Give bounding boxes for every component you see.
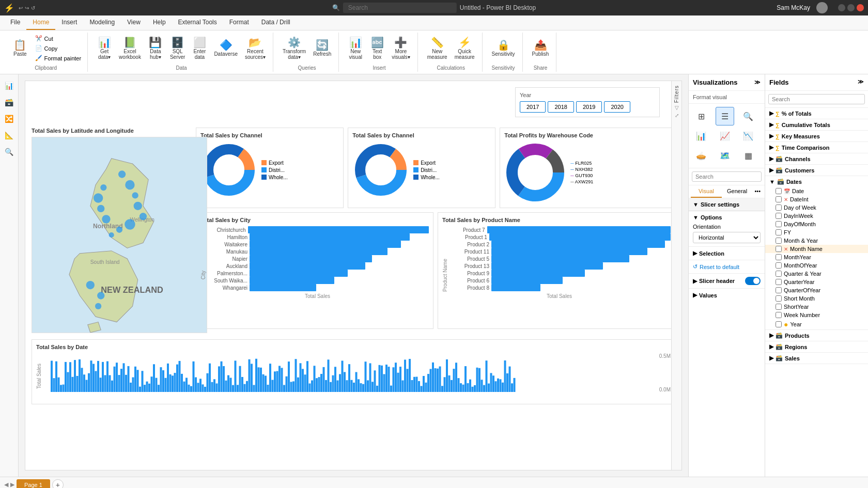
slicer-header-expand[interactable]: ▶ Slicer header [693,278,735,285]
viz-pie-icon[interactable]: 🥧 [692,146,710,165]
viz-matrix-icon[interactable]: ▦ [739,146,757,165]
new-measure-button[interactable]: 📏 Newmeasure [424,35,451,62]
transform-data-button[interactable]: ⚙️ Transformdata▾ [280,35,309,62]
quick-measure-button[interactable]: ⚡ Quickmeasure [452,35,478,62]
fields-panel-expand[interactable]: ≫ [858,78,864,86]
recent-sources-button[interactable]: 📂 Recentsources▾ [242,35,269,62]
redo-button[interactable]: ↪ [25,5,29,11]
sidebar-data-icon[interactable]: 🗃️ [2,95,17,109]
publish-button[interactable]: 📤 Publish [529,38,552,59]
add-page-button[interactable]: + [52,479,64,489]
viz-map-icon[interactable]: 🗺️ [716,146,734,165]
field-dayinweek-check[interactable] [776,213,782,219]
field-monthyear2-check[interactable] [776,254,782,260]
tab-modeling[interactable]: Modeling [83,15,121,30]
field-group-header-time[interactable]: ▶ ∑ Time Comparison [765,142,868,153]
tab-external-tools[interactable]: External Tools [172,15,223,30]
copy-button[interactable]: 📄 Copy [33,44,84,53]
year-2020-btn[interactable]: 2020 [604,101,630,113]
viz-column-icon[interactable]: 📈 [716,127,734,145]
field-quarteryear2-check[interactable] [776,279,782,285]
viz-bar-icon[interactable]: 📊 [692,127,710,145]
year-2017-btn[interactable]: 2017 [520,101,546,113]
tab-view[interactable]: View [121,15,147,30]
field-group-header-channels[interactable]: ▶ 🗃️ Channels [765,153,868,164]
viz-line-icon[interactable]: 📉 [739,127,757,145]
field-shortmonth[interactable]: Short Month [765,294,868,303]
field-group-header-products[interactable]: ▶ 🗃️ Products [765,330,868,341]
field-dateint-check[interactable] [776,196,782,202]
field-monthname[interactable]: ✕ Month Name [765,245,868,253]
selection-title[interactable]: ▶ Selection [693,250,761,257]
field-weeknumber-check[interactable] [776,312,782,318]
undo-button[interactable]: ↩ [19,5,23,11]
field-quarterofyear[interactable]: QuarterOfYear [765,286,868,294]
tab-help[interactable]: Help [147,15,172,30]
options-title[interactable]: ▼ Options [693,214,761,221]
orientation-dropdown[interactable]: Horizontal Vertical Tile [693,232,761,243]
fields-search-input[interactable] [768,94,865,104]
values-title[interactable]: ▶ Values [693,292,761,298]
field-dayofweek-check[interactable] [776,204,782,211]
field-dayofmonth[interactable]: DayOfMonth [765,220,868,228]
field-quarteryear[interactable]: Quarter & Year [765,270,868,278]
sensitivity-button[interactable]: 🔒 Sensitivity [489,38,518,59]
field-group-header-key[interactable]: ▶ ∑ Key Measures [765,131,868,141]
field-shortyear[interactable]: ShortYear [765,303,868,311]
field-quarteryear2[interactable]: QuarterYear [765,278,868,286]
viz-search-input[interactable] [692,171,762,182]
field-shortmonth-check[interactable] [776,295,782,302]
field-group-header-cumulative[interactable]: ▶ ∑ Cumulative Totals [765,119,868,130]
field-shortyear-check[interactable] [776,304,782,310]
viz-tab-more[interactable]: ••• [752,185,763,198]
field-monthofyear-check[interactable] [776,262,782,269]
field-group-header-regions[interactable]: ▶ 🗃️ Regions [765,341,868,352]
field-fy[interactable]: FY [765,228,868,237]
sidebar-report-icon[interactable]: 📊 [2,78,17,93]
field-quarterofyear-check[interactable] [776,287,782,293]
new-visual-button[interactable]: 📊 Newvisual [345,35,366,62]
year-2019-btn[interactable]: 2019 [576,101,602,113]
tab-data-drill[interactable]: Data / Drill [255,15,297,30]
sidebar-model-icon[interactable]: 🔀 [2,112,17,126]
field-group-header-sales[interactable]: ▶ 🗃️ Sales [765,353,868,364]
more-visuals-button[interactable]: ➕ Morevisuals▾ [389,35,413,62]
data-hub-button[interactable]: 💾 Datahub▾ [145,35,166,62]
field-monthyear[interactable]: Month & Year [765,237,868,245]
field-fy-check[interactable] [776,229,782,235]
sidebar-dax-icon[interactable]: 📐 [2,128,17,143]
reset-default-btn[interactable]: ↺ Reset to default [693,263,761,270]
prev-page-btn[interactable]: ◀ [4,481,8,488]
field-dateint[interactable]: ✕ DateInt [765,195,868,203]
minimize-button[interactable] [838,4,845,11]
maximize-button[interactable] [847,4,855,11]
viz-slicer-icon[interactable]: ☰ [716,107,734,125]
cut-button[interactable]: ✂️ Cut [33,34,84,43]
tab-home[interactable]: Home [26,15,55,30]
field-monthyear-check[interactable] [776,238,782,244]
field-quarteryear-check[interactable] [776,271,782,277]
field-group-header-pct[interactable]: ▶ ∑ % of Totals [765,108,868,119]
filter-expand-icon[interactable]: ⤢ [675,113,679,118]
viz-table-icon[interactable]: ⊞ [692,107,710,125]
field-date-check[interactable] [776,188,782,194]
tab-insert[interactable]: Insert [55,15,83,30]
close-button[interactable] [857,4,864,11]
redo2-button[interactable]: ↺ [31,5,35,11]
slicer-header-toggle[interactable] [745,277,761,285]
field-year[interactable]: ● Year [765,319,868,329]
field-monthname-check[interactable] [776,246,782,252]
field-monthofyear[interactable]: MonthOfYear [765,261,868,270]
slicer-settings-title[interactable]: ▼ Slicer settings [693,201,761,208]
field-dayofweek[interactable]: Day of Week [765,203,868,212]
tab-format[interactable]: Format [223,15,255,30]
viz-search-icon-btn[interactable]: 🔍 [739,107,757,125]
field-group-header-dates[interactable]: ▼ 🗃️ Dates [765,176,868,187]
viz-tab-visual[interactable]: Visual [691,185,722,198]
sql-server-button[interactable]: 🗄️ SQLServer [167,35,188,62]
title-search-input[interactable] [343,3,457,13]
dataverse-button[interactable]: 🔷 Dataverse [211,38,241,59]
field-year-check[interactable] [776,321,782,327]
field-date[interactable]: 📅 Date [765,187,868,195]
text-box-button[interactable]: 🔤 Textbox [367,35,388,62]
